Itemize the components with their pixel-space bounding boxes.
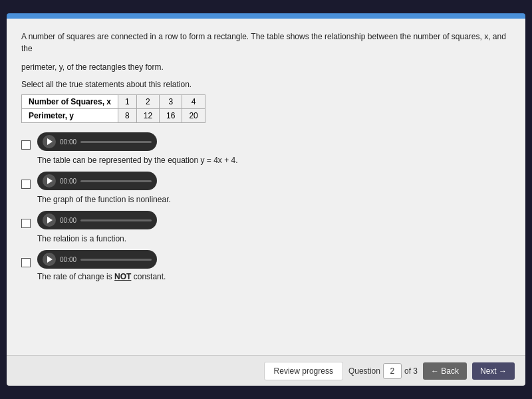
question-label: Question	[348, 366, 380, 376]
play-button-1[interactable]	[43, 135, 56, 148]
checkbox-3[interactable]	[21, 219, 31, 228]
audio-player-2[interactable]: 00:00	[37, 172, 157, 190]
play-icon-3	[47, 217, 53, 223]
total-questions: of 3	[404, 366, 418, 376]
content-area: A number of squares are connected in a r…	[7, 19, 525, 355]
time-label-4: 00:00	[60, 256, 76, 263]
back-button[interactable]: ← Back	[423, 362, 467, 380]
option-content-3: 00:00 The relation is a function.	[37, 211, 157, 243]
audio-player-1[interactable]: 00:00	[37, 132, 157, 151]
time-label-2: 00:00	[60, 178, 76, 185]
table-cell-3: 16	[160, 109, 182, 123]
data-table: Number of Squares, x 1 2 3 4 Perimeter, …	[21, 94, 205, 123]
progress-track-2	[80, 180, 152, 182]
progress-track-3	[80, 219, 152, 221]
table-header-4: 4	[182, 95, 205, 109]
option-content-2: 00:00 The graph of the function is nonli…	[37, 172, 171, 204]
play-button-3[interactable]	[43, 213, 56, 227]
option-row-2: 00:00 The graph of the function is nonli…	[21, 172, 511, 204]
audio-player-4[interactable]: 00:00	[37, 250, 157, 269]
question-nav: Question 2 of 3	[348, 363, 418, 379]
play-icon-2	[47, 178, 53, 184]
table-header-label: Number of Squares, x	[22, 95, 118, 109]
progress-track-1	[80, 141, 152, 143]
review-progress-button[interactable]: Review progress	[264, 362, 343, 380]
option-label-4-partial: The rate of change is NOT constant.	[37, 272, 166, 281]
checkbox-4[interactable]	[21, 258, 31, 267]
table-header-2: 2	[136, 95, 159, 109]
table-cell-1: 8	[118, 109, 137, 123]
time-label-1: 00:00	[60, 138, 76, 146]
top-bar	[7, 13, 525, 19]
option-label-3: The relation is a function.	[37, 234, 157, 243]
question-number: 2	[383, 363, 402, 379]
table-header-3: 3	[160, 95, 182, 109]
play-icon-4	[47, 256, 53, 263]
play-button-4[interactable]	[43, 253, 56, 266]
play-button-2[interactable]	[43, 174, 56, 188]
play-icon-1	[47, 138, 53, 145]
checkbox-1[interactable]	[21, 140, 31, 150]
checkbox-2[interactable]	[21, 180, 31, 189]
option-row-3: 00:00 The relation is a function.	[21, 211, 511, 243]
screen: A number of squares are connected in a r…	[7, 13, 525, 386]
option-row-1: 00:00 The table can be represented by th…	[21, 132, 511, 165]
footer-bar: Review progress Question 2 of 3 ← Back N…	[7, 355, 525, 386]
question-instruction: Select all the true statements about thi…	[21, 80, 511, 89]
time-label-3: 00:00	[60, 217, 76, 224]
question-description-line1: A number of squares are connected in a r…	[21, 31, 511, 55]
table-header-1: 1	[118, 95, 137, 109]
option-label-1: The table can be represented by the equa…	[37, 156, 238, 165]
table-row-label: Perimeter, y	[22, 109, 118, 123]
audio-player-3[interactable]: 00:00	[37, 211, 157, 229]
question-description-line2: perimeter, y, of the rectangles they for…	[21, 61, 511, 73]
option-label-2: The graph of the function is nonlinear.	[37, 195, 171, 204]
option-row-4: 00:00 The rate of change is NOT constant…	[21, 250, 511, 281]
progress-track-4	[80, 259, 152, 261]
next-button[interactable]: Next →	[472, 362, 515, 380]
option-content-1: 00:00 The table can be represented by th…	[37, 132, 238, 165]
option-content-4: 00:00 The rate of change is NOT constant…	[37, 250, 166, 281]
table-cell-4: 20	[182, 109, 205, 123]
table-cell-2: 12	[136, 109, 159, 123]
